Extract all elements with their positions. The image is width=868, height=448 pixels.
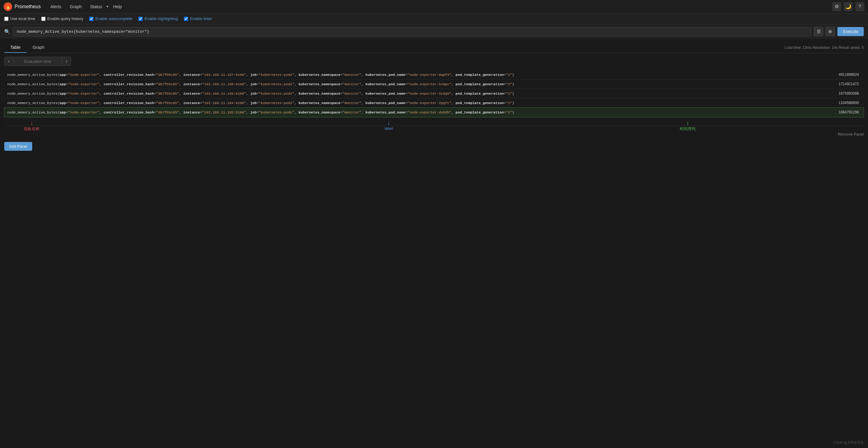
nav-status-link[interactable]: Status <box>87 2 106 11</box>
enable-autocomplete-text: Enable autocomplete <box>95 17 132 21</box>
theme-button[interactable]: 🌙 <box>844 2 853 11</box>
eval-time-input[interactable] <box>13 57 62 66</box>
enable-query-history-label[interactable]: Enable query history <box>41 17 84 21</box>
execute-button[interactable]: Execute <box>837 27 864 36</box>
nav-help[interactable]: Help <box>110 2 126 11</box>
nav-right: ⚙ 🌙 ? <box>832 2 864 11</box>
enable-highlighting-label[interactable]: Enable highlighting <box>138 17 178 21</box>
query-actions: ☰ ⊕ <box>814 27 835 36</box>
add-panel-button[interactable]: Add Panel <box>4 142 32 151</box>
use-local-time-text: Use local time <box>10 17 35 21</box>
table-row: node_memory_Active_bytes{app="node-expor… <box>4 89 864 98</box>
query-bar: 🔍 ☰ ⊕ Execute <box>0 24 868 39</box>
value-cell: 1104588800 <box>827 98 864 108</box>
enable-linter-label[interactable]: Enable linter <box>184 17 212 21</box>
nav-graph[interactable]: Graph <box>66 2 85 11</box>
navbar: 🔥 Prometheus Alerts Graph Status ▾ Help … <box>0 0 868 13</box>
table-row: node_memory_Active_bytes{app="node-expor… <box>4 70 864 79</box>
brand-title: Prometheus <box>14 4 41 9</box>
metrics-button[interactable]: ⊕ <box>825 27 835 36</box>
watermark: CSDN @月巴左耳朵 <box>833 440 864 445</box>
use-local-time-checkbox[interactable] <box>4 17 8 21</box>
eval-next-button[interactable]: › <box>62 57 71 66</box>
nav-status-dropdown[interactable]: Status ▾ <box>87 2 108 11</box>
brand: 🔥 Prometheus <box>4 2 41 11</box>
load-info: Load time: 13ms Resolution: 14s Result s… <box>784 45 864 50</box>
nav-alerts[interactable]: Alerts <box>47 2 65 11</box>
use-local-time-label[interactable]: Use local time <box>4 17 35 21</box>
eval-prev-button[interactable]: ‹ <box>4 57 13 66</box>
results-area: Table Graph Load time: 13ms Resolution: … <box>0 39 868 130</box>
annotations-row: ↓ 指标名称 ↓ label ↓ 时间序列 <box>4 118 864 126</box>
tab-graph[interactable]: Graph <box>26 42 51 53</box>
remove-panel-link[interactable]: Remove Panel <box>838 132 864 136</box>
enable-query-history-text: Enable query history <box>48 17 84 21</box>
value-cell: 1675993088 <box>827 89 864 98</box>
time-series-annotation: ↓ 时间序列 <box>680 120 695 132</box>
enable-highlighting-text: Enable highlighting <box>145 17 178 21</box>
search-icon: 🔍 <box>4 29 10 35</box>
history-button[interactable]: ☰ <box>814 27 824 36</box>
info-button[interactable]: ? <box>855 2 864 11</box>
value-cell: 1714921472 <box>827 79 864 89</box>
enable-highlighting-checkbox[interactable] <box>138 17 143 21</box>
tab-table[interactable]: Table <box>4 42 26 53</box>
value-cell: 1684791296 <box>827 108 864 117</box>
eval-row: ‹ › <box>4 57 864 66</box>
bottom-row: Remove Panel <box>0 130 868 139</box>
enable-autocomplete-checkbox[interactable] <box>89 17 93 21</box>
query-input[interactable] <box>13 27 811 36</box>
value-cell: 4911898624 <box>827 70 864 79</box>
settings-button[interactable]: ⚙ <box>832 2 841 11</box>
tabs-row: Table Graph Load time: 13ms Resolution: … <box>4 42 864 53</box>
table-row: node_memory_Active_bytes{app="node-expor… <box>4 79 864 89</box>
tabs: Table Graph <box>4 42 51 53</box>
enable-linter-checkbox[interactable] <box>184 17 188 21</box>
add-panel-row: Add Panel <box>0 139 868 154</box>
brand-logo: 🔥 <box>4 2 12 11</box>
enable-autocomplete-label[interactable]: Enable autocomplete <box>89 17 132 21</box>
chevron-down-icon: ▾ <box>106 5 108 8</box>
annotations-table: ↓ 指标名称 ↓ label ↓ 时间序列 <box>4 118 864 126</box>
table-row: node_memory_Active_bytes{app="node-expor… <box>4 98 864 108</box>
toolbar: Use local time Enable query history Enab… <box>0 13 868 24</box>
enable-linter-text: Enable linter <box>190 17 212 21</box>
table-row: node_memory_Active_bytes{app="node-expor… <box>4 108 864 117</box>
nav-links: Alerts Graph Status ▾ Help <box>47 2 125 11</box>
metric-name-annotation: ↓ 指标名称 <box>24 120 39 132</box>
enable-query-history-checkbox[interactable] <box>41 17 45 21</box>
results-table: node_memory_Active_bytes{app="node-expor… <box>4 70 864 117</box>
label-annotation: ↓ label <box>384 120 393 131</box>
